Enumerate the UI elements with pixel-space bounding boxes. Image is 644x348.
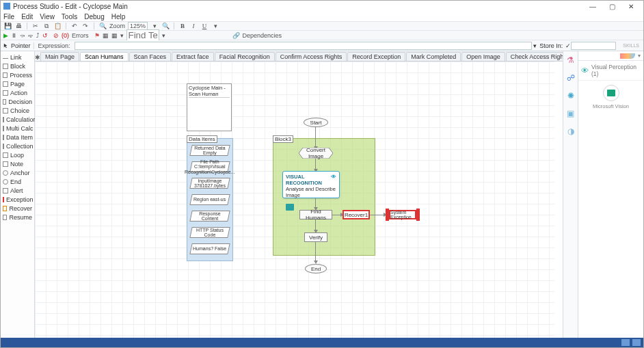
palette-block[interactable]: Block [1,62,34,70]
palette-choice[interactable]: Choice [1,106,34,115]
redo-icon[interactable]: ↷ [81,22,90,30]
palette-collection[interactable]: Collection [1,142,34,150]
skill-icon-1[interactable]: ⚗ [565,55,576,66]
store-in-input[interactable] [571,42,616,50]
bold-button[interactable]: B [178,22,187,30]
recover-node[interactable]: Recover1 [343,210,370,219]
palette-decision[interactable]: Decision [1,97,34,106]
palette-data-item[interactable]: Data Item [1,133,34,142]
step-out-icon[interactable]: ⤴ [36,32,40,39]
tab-check-access-rights[interactable]: Check Access Rights [506,52,563,61]
data-item[interactable]: File Path C:\temp\Visual Recognition\Cyc… [189,161,230,172]
dropdown-icon[interactable]: ▾ [120,32,124,39]
errors-label[interactable]: Errors [72,32,89,39]
skill-icon-5[interactable]: ◑ [565,126,576,137]
tab-record-exception[interactable]: Record Exception [347,52,405,61]
zoom-out-icon[interactable]: 🔍 [98,22,107,30]
expression-input[interactable] [75,42,533,50]
tab-star-icon[interactable]: ✱ [35,54,40,61]
tab-extract-face[interactable]: Extract face [172,52,214,61]
grid-show-icon[interactable]: ▦ [111,32,118,39]
copy-icon[interactable]: ⧉ [42,22,51,30]
pause-icon[interactable]: ⏸ [11,32,17,39]
find-text-input[interactable] [126,29,159,41]
tab-facial-recognition[interactable]: Facial Recognition [215,52,275,61]
palette-process[interactable]: Process [1,70,34,79]
process-info-box[interactable]: Cyclopse Main - Scan Human [187,83,232,131]
print-icon[interactable]: 🖶 [14,22,23,30]
data-item[interactable]: Humans? False [189,243,230,254]
step-over-icon[interactable]: ⤽ [28,32,33,39]
data-item[interactable]: InputImage 3781027.bytes [189,178,230,189]
skill-icon-2[interactable]: ☍ [565,73,576,84]
palette-calculation[interactable]: Calculation [1,115,34,124]
palette-alert[interactable]: Alert [1,186,34,195]
menu-view[interactable]: View [40,13,55,21]
zoom-in-icon[interactable]: 🔍 [161,22,170,30]
menu-debug[interactable]: Debug [84,13,104,21]
maximize-button[interactable]: ▢ [602,3,621,10]
palette-page[interactable]: Page [1,79,34,88]
tab-mark-completed[interactable]: Mark Completed [406,52,461,61]
tab-scan-faces[interactable]: Scan Faces [129,52,172,61]
start-node[interactable]: Start [304,118,328,127]
system-exception-node[interactable]: System Exception [389,210,416,219]
find-humans-node[interactable]: Find Humans [299,210,332,219]
store-in-check-icon[interactable]: ✓ [565,42,571,49]
tab-open-image[interactable]: Open Image [461,52,505,61]
close-button[interactable]: ✕ [621,3,641,10]
visual-recognition-node[interactable]: VISUAL RECOGNITION👁 Analyse and Describe… [282,171,340,198]
save-icon[interactable]: 💾 [3,22,12,30]
cut-icon[interactable]: ✂ [31,22,40,30]
palette-loop[interactable]: Loop [1,150,34,159]
data-item[interactable]: Returned Data Empty [189,145,230,156]
skills-chevron-icon[interactable]: ▾ [638,53,641,59]
errors-icon[interactable]: ⊘ [53,32,59,39]
convert-image-node[interactable]: Convert Image [299,148,333,159]
skill-icon-3[interactable]: ✺ [565,91,576,102]
palette-resume[interactable]: Resume [1,213,34,222]
palette-recover[interactable]: Recover [1,204,34,213]
skill-icon-4[interactable]: ▣ [565,109,576,120]
underline-button[interactable]: U [200,22,209,30]
skill-card[interactable]: Microsoft Vision [578,81,643,109]
font-dropdown-icon[interactable]: ▾ [211,22,219,30]
menu-file[interactable]: File [3,13,14,21]
italic-button[interactable]: I [189,22,198,30]
palette-action[interactable]: Action [1,88,34,97]
tab-scan-humans[interactable]: Scan Humans [80,52,129,61]
palette-link[interactable]: Link [1,53,34,62]
find-dropdown-icon[interactable]: ▾ [162,32,165,39]
tab-main-page[interactable]: Main Page [40,52,79,61]
menu-help[interactable]: Help [111,13,126,21]
reset-icon[interactable]: ↺ [42,32,48,39]
process-canvas[interactable]: Cyclopse Main - Scan Human Data Items Bl… [35,62,554,338]
status-icon-1[interactable] [632,339,641,346]
palette-multi-calc[interactable]: Multi Calc [1,124,34,133]
status-icon-2[interactable] [621,339,630,346]
palette-note[interactable]: Note [1,159,34,168]
dependencies-label[interactable]: Dependencies [243,32,282,39]
flag-icon[interactable]: ⚑ [94,32,100,39]
undo-icon[interactable]: ↶ [70,22,79,30]
skills-category[interactable]: 👁 Visual Perception (1) [578,61,643,81]
pointer-tool[interactable]: Pointer [1,42,34,49]
dependencies-icon[interactable]: 🔗 [232,32,240,39]
palette-end[interactable]: End [1,177,34,186]
step-icon[interactable]: ⤼ [20,32,25,39]
grid-snap-icon[interactable]: ▦ [103,32,109,39]
data-item[interactable]: Response Content [189,211,230,222]
minimize-button[interactable]: — [583,3,602,10]
play-icon[interactable]: ▶ [3,32,8,39]
paste-icon[interactable]: 📋 [53,22,62,30]
data-item[interactable]: HTTP Status Code [189,227,230,238]
tab-confirm-access-rights[interactable]: Confirm Access Rights [276,52,347,61]
verify-node[interactable]: Verify [304,232,327,242]
menu-edit[interactable]: Edit [21,13,33,21]
end-node[interactable]: End [305,264,327,273]
palette-anchor[interactable]: Anchor [1,168,34,177]
canvas-scroll[interactable]: Cyclopse Main - Scan Human Data Items Bl… [35,62,563,338]
data-item[interactable]: Region east-us [189,194,230,205]
menu-tools[interactable]: Tools [62,13,77,21]
palette-exception[interactable]: Exception [1,195,34,204]
